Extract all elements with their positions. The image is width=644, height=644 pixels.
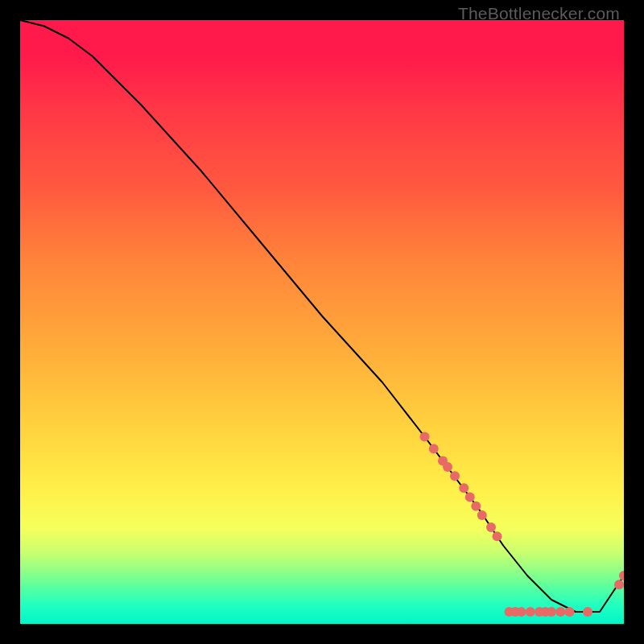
data-point-marker (493, 531, 502, 541)
data-point-marker (471, 502, 481, 511)
chart-markers (420, 432, 625, 617)
data-point-marker (465, 493, 475, 502)
chart-plot-area (20, 20, 624, 624)
data-point-marker (420, 432, 430, 442)
data-point-marker (459, 483, 469, 493)
data-point-marker (614, 580, 624, 589)
data-point-marker (565, 607, 575, 617)
data-point-marker (517, 607, 526, 617)
data-point-marker (450, 471, 460, 481)
data-point-marker (583, 607, 592, 617)
data-point-marker (477, 510, 487, 520)
data-point-marker (555, 607, 565, 617)
data-point-marker (486, 522, 496, 532)
data-point-marker (443, 462, 452, 472)
watermark-text: TheBottleneсker.com (458, 4, 620, 23)
data-point-marker (547, 607, 556, 617)
data-point-marker (526, 607, 535, 617)
curve-path (20, 20, 624, 612)
chart-line-series (20, 20, 624, 612)
chart-overlay-svg (20, 20, 624, 624)
data-point-marker (619, 571, 624, 580)
data-point-marker (429, 444, 439, 454)
